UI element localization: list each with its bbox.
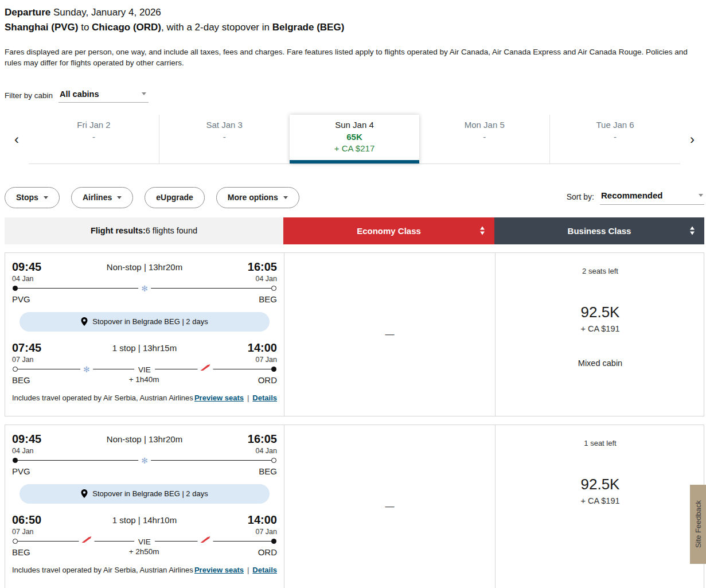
departure-airport: BEG (12, 547, 30, 557)
points-price: 92.5K (581, 303, 620, 321)
via-airport: VIE (134, 538, 155, 546)
flight-card: 09:45 04 Jan Non-stop | 13hr20m 16:05 04… (5, 252, 704, 416)
arrival-airport: ORD (258, 547, 277, 557)
mixed-cabin-note: Mixed cabin (578, 359, 622, 368)
destination-dot-icon (271, 286, 276, 291)
layover-duration: + 2h50m (129, 547, 159, 556)
economy-class-column-header[interactable]: Economy Class (283, 217, 494, 244)
site-feedback-tab[interactable]: Site Feedback (690, 485, 706, 564)
destination-dot-icon (271, 367, 276, 372)
seats-left-badge: 2 seats left (582, 267, 618, 275)
arrival-airport: ORD (258, 375, 277, 385)
route-title: Shanghai (PVG) to Chicago (ORD), with a … (5, 20, 704, 35)
route-destination: Chicago (ORD) (92, 22, 161, 33)
arrival-time: 16:05 (214, 260, 277, 273)
site-feedback-label: Site Feedback (694, 500, 703, 548)
arrival-date: 04 Jan (214, 275, 277, 283)
date-tabs: Fri Jan 2 - Sat Jan 3 - Sun Jan 4 65K + … (29, 115, 680, 164)
departure-airport: PVG (12, 294, 30, 304)
economy-fare-cell[interactable]: — (284, 425, 495, 588)
leg-summary: 1 stop | 13hr15m (75, 341, 214, 353)
flight-results-count: Flight results: 6 flights found (5, 217, 283, 244)
leg-summary: Non-stop | 13hr20m (75, 260, 214, 272)
cash-price: + CA $191 (580, 496, 619, 505)
air-serbia-icon: ✻ (138, 455, 151, 466)
flight-timeline: ✻ (13, 285, 276, 293)
arrival-time: 14:00 (214, 341, 277, 354)
stopover-text: Stopover in Belgrade BEG | 2 days (92, 489, 208, 498)
flight-timeline: VIE (13, 538, 276, 546)
location-pin-icon (81, 489, 88, 498)
stops-filter-button[interactable]: Stops (5, 187, 60, 208)
date-tab-mon-jan-5[interactable]: Mon Jan 5 - (419, 115, 549, 163)
origin-dot-icon (13, 539, 18, 544)
date-tab-sun-jan-4-selected[interactable]: Sun Jan 4 65K + CA $217 (290, 115, 420, 163)
caret-down-icon (142, 92, 146, 95)
prev-dates-button[interactable]: ‹ (5, 115, 29, 164)
sort-select[interactable]: Recommended (600, 190, 704, 205)
eupgrade-filter-button[interactable]: eUpgrade (145, 187, 205, 208)
date-tab-tue-jan-6[interactable]: Tue Jan 6 - (549, 115, 680, 163)
operated-by-text: Includes travel operated by Air Serbia, … (12, 566, 193, 574)
date-tab-sat-jan-3[interactable]: Sat Jan 3 - (159, 115, 290, 163)
flight-leg-outbound: 09:45 04 Jan Non-stop | 13hr20m 16:05 04… (12, 260, 277, 304)
airlines-filter-button[interactable]: Airlines (71, 187, 133, 208)
sort-value: Recommended (601, 190, 663, 200)
details-link[interactable]: Details (252, 566, 277, 574)
flight-card: 09:45 04 Jan Non-stop | 13hr20m 16:05 04… (5, 425, 704, 588)
operated-by-text: Includes travel operated by Air Serbia, … (12, 394, 193, 402)
date-carousel: ‹ Fri Jan 2 - Sat Jan 3 - Sun Jan 4 65K … (5, 115, 704, 164)
next-dates-button[interactable]: › (680, 115, 704, 164)
stopover-text: Stopover in Belgrade BEG | 2 days (92, 317, 208, 326)
date-tab-fri-jan-2[interactable]: Fri Jan 2 - (29, 115, 159, 163)
departure-date: Sunday, January 4, 2026 (50, 7, 161, 18)
layover-duration: + 1h40m (129, 375, 159, 384)
departure-time: 09:45 (12, 260, 75, 273)
stopover-banner: Stopover in Belgrade BEG | 2 days (19, 312, 270, 332)
cabin-filter-select[interactable]: All cabins (58, 89, 149, 103)
economy-fare-cell[interactable]: — (284, 253, 495, 416)
fare-disclaimer: Fares displayed are per person, one way,… (5, 46, 696, 69)
preview-seats-link[interactable]: Preview seats (194, 394, 244, 402)
origin-dot-icon (13, 286, 18, 291)
caret-down-icon (44, 196, 48, 199)
points-price: 92.5K (581, 476, 620, 493)
caret-down-icon (283, 196, 288, 199)
stopover-banner: Stopover in Belgrade BEG | 2 days (19, 484, 270, 504)
flight-timeline: ✻ (13, 457, 276, 465)
flight-leg-outbound: 09:45 04 Jan Non-stop | 13hr20m 16:05 04… (12, 433, 277, 476)
details-link[interactable]: Details (252, 394, 277, 402)
no-fare-dash: — (385, 329, 395, 340)
page-header: Departure Sunday, January 4, 2026 Shangh… (5, 0, 704, 69)
more-options-filter-button[interactable]: More options (216, 187, 299, 208)
business-fare-cell[interactable]: 2 seats left 92.5K + CA $191 Mixed cabin (495, 253, 705, 416)
departure-date: 04 Jan (12, 275, 75, 283)
route-origin: Shanghai (PVG) (5, 22, 78, 33)
departure-title: Departure Sunday, January 4, 2026 (5, 5, 704, 20)
business-fare-cell[interactable]: 1 seat left 92.5K + CA $191 (495, 425, 705, 588)
cabin-filter-label: Filter by cabin (5, 91, 53, 103)
sort-control: Sort by: Recommended (567, 190, 704, 205)
departure-airport: PVG (12, 466, 30, 476)
filter-row: Stops Airlines eUpgrade More options Sor… (5, 187, 704, 208)
leg-summary: 1 stop | 14hr10m (75, 513, 214, 525)
no-fare-dash: — (385, 501, 395, 512)
flight-leg-onward: 07:45 07 Jan 1 stop | 13hr15m 14:00 07 J… (12, 341, 277, 385)
air-serbia-icon: ✻ (138, 283, 151, 294)
departure-label: Departure (5, 7, 50, 18)
arrival-date: 04 Jan (214, 447, 277, 455)
austrian-airlines-icon (197, 364, 213, 371)
preview-seats-link[interactable]: Preview seats (194, 566, 244, 574)
departure-time: 06:50 (12, 513, 75, 526)
flight-results-page: Departure Sunday, January 4, 2026 Shangh… (0, 0, 706, 588)
sort-by-label: Sort by: (567, 192, 594, 205)
caret-down-icon (699, 194, 703, 197)
cash-price: + CA $191 (580, 324, 619, 333)
austrian-airlines-icon (197, 536, 213, 543)
business-class-column-header[interactable]: Business Class (494, 217, 704, 244)
origin-dot-icon (13, 458, 18, 463)
departure-time: 09:45 (12, 433, 75, 445)
destination-dot-icon (271, 539, 276, 544)
departure-date: 07 Jan (12, 528, 75, 536)
route-stopover-city: Belgrade (BEG) (272, 22, 345, 33)
